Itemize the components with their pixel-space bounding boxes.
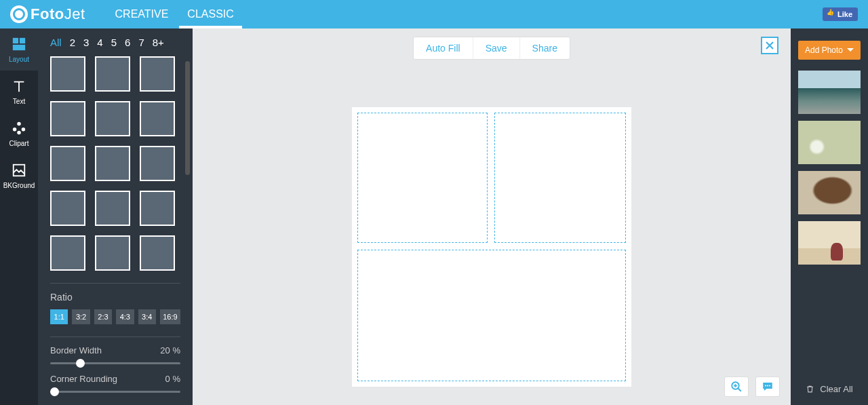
template-5[interactable] <box>95 101 130 136</box>
corner-rounding-value: 0 <box>165 374 170 384</box>
ratio-3-2[interactable]: 3:2 <box>72 309 90 324</box>
svg-rect-2 <box>13 44 25 50</box>
facebook-like-button[interactable]: Like <box>823 7 858 21</box>
panel-scrollbar[interactable] <box>185 61 190 175</box>
nav-text[interactable]: Text <box>0 71 38 113</box>
filter-2[interactable]: 2 <box>70 37 75 48</box>
filter-6[interactable]: 6 <box>125 37 130 48</box>
feedback-button[interactable] <box>755 377 780 397</box>
filter-8plus[interactable]: 8+ <box>153 37 164 48</box>
background-icon <box>12 163 26 178</box>
ratio-label: Ratio <box>50 292 180 303</box>
svg-rect-0 <box>13 37 18 43</box>
slider-thumb[interactable] <box>50 387 59 396</box>
close-icon <box>766 41 774 50</box>
template-10[interactable] <box>50 191 85 226</box>
photo-thumb-3[interactable] <box>798 171 861 214</box>
filter-all[interactable]: All <box>50 37 62 48</box>
filter-7[interactable]: 7 <box>138 37 144 48</box>
template-11[interactable] <box>95 191 130 226</box>
ratio-1-1[interactable]: 1:1 <box>50 309 68 324</box>
thumbs-up-icon <box>828 11 835 18</box>
cell-count-filter: All 2 3 4 5 6 7 8+ <box>50 37 180 48</box>
ratio-16-9[interactable]: 16:9 <box>160 309 180 324</box>
template-12[interactable] <box>140 191 175 226</box>
close-button[interactable] <box>761 37 778 54</box>
photo-slot-3[interactable] <box>357 250 626 381</box>
app-header: FotoJet CREATIVE CLASSIC Like <box>0 0 868 28</box>
photo-thumb-1[interactable] <box>798 71 861 114</box>
svg-point-11 <box>769 385 770 387</box>
trash-icon <box>806 384 814 394</box>
nav-layout[interactable]: Layout <box>0 28 38 71</box>
template-1[interactable] <box>50 56 85 92</box>
layout-icon <box>12 37 26 52</box>
ratio-2-3[interactable]: 2:3 <box>94 309 112 324</box>
filter-5[interactable]: 5 <box>111 37 117 48</box>
auto-fill-button[interactable]: Auto Fill <box>414 37 473 59</box>
left-nav: Layout Text Clipart BKGround <box>0 28 38 405</box>
mode-tabs: CREATIVE CLASSIC <box>106 0 243 28</box>
divider <box>50 336 180 337</box>
ratio-selector: 1:1 3:2 2:3 4:3 3:4 16:9 <box>50 309 180 324</box>
nav-background[interactable]: BKGround <box>0 155 38 197</box>
border-width-value: 20 <box>160 345 170 355</box>
template-2[interactable] <box>95 56 130 92</box>
canvas-area: Auto Fill Save Share <box>193 28 791 405</box>
svg-point-9 <box>765 385 766 387</box>
template-6[interactable] <box>140 101 175 136</box>
save-button[interactable]: Save <box>473 37 519 59</box>
layout-panel: All 2 3 4 5 6 7 8+ Ratio <box>38 28 193 405</box>
photo-slot-2[interactable] <box>494 113 626 243</box>
collage-canvas[interactable] <box>352 107 631 387</box>
ratio-3-4[interactable]: 3:4 <box>138 309 156 324</box>
filter-4[interactable]: 4 <box>97 37 102 48</box>
filter-3[interactable]: 3 <box>83 37 89 48</box>
corner-rounding-label: Corner Rounding <box>50 374 117 384</box>
add-photo-button[interactable]: Add Photo <box>798 41 861 60</box>
svg-rect-1 <box>20 37 25 43</box>
clipart-icon <box>12 121 26 136</box>
photo-thumb-4[interactable] <box>798 221 861 265</box>
clear-all-button[interactable]: Clear All <box>806 384 852 398</box>
template-9[interactable] <box>140 146 175 181</box>
nav-clipart[interactable]: Clipart <box>0 113 38 155</box>
canvas-bottom-tools <box>724 377 780 397</box>
template-3[interactable] <box>140 56 175 92</box>
divider <box>50 283 180 284</box>
border-width-label: Border Width <box>50 345 102 355</box>
brand-logo[interactable]: FotoJet <box>10 5 85 23</box>
photo-slot-1[interactable] <box>357 113 488 243</box>
template-4[interactable] <box>50 101 85 136</box>
photo-thumbnails <box>798 71 861 265</box>
photo-thumb-2[interactable] <box>798 121 861 164</box>
svg-point-4 <box>13 128 17 132</box>
ratio-4-3[interactable]: 4:3 <box>116 309 134 324</box>
layout-templates <box>50 56 180 271</box>
slider-thumb[interactable] <box>76 359 85 368</box>
photo-tray: Add Photo Clear All <box>791 28 868 405</box>
mode-creative[interactable]: CREATIVE <box>106 0 178 28</box>
logo-icon <box>10 5 28 23</box>
template-14[interactable] <box>95 235 130 271</box>
mode-classic[interactable]: CLASSIC <box>178 0 243 28</box>
zoom-button[interactable] <box>724 377 749 397</box>
template-13[interactable] <box>50 235 85 271</box>
border-width-slider[interactable] <box>50 362 180 364</box>
share-button[interactable]: Share <box>519 37 570 59</box>
template-7[interactable] <box>50 146 85 181</box>
template-8[interactable] <box>95 146 130 181</box>
chat-icon <box>762 381 774 393</box>
canvas-action-bar: Auto Fill Save Share <box>413 37 570 60</box>
text-icon <box>12 79 26 94</box>
svg-point-5 <box>22 128 25 132</box>
corner-rounding-slider[interactable] <box>50 391 180 393</box>
svg-point-6 <box>17 130 21 134</box>
chevron-down-icon <box>847 47 854 54</box>
svg-point-10 <box>767 385 768 387</box>
template-15[interactable] <box>140 235 175 271</box>
zoom-in-icon <box>730 381 743 393</box>
svg-point-3 <box>17 121 21 126</box>
